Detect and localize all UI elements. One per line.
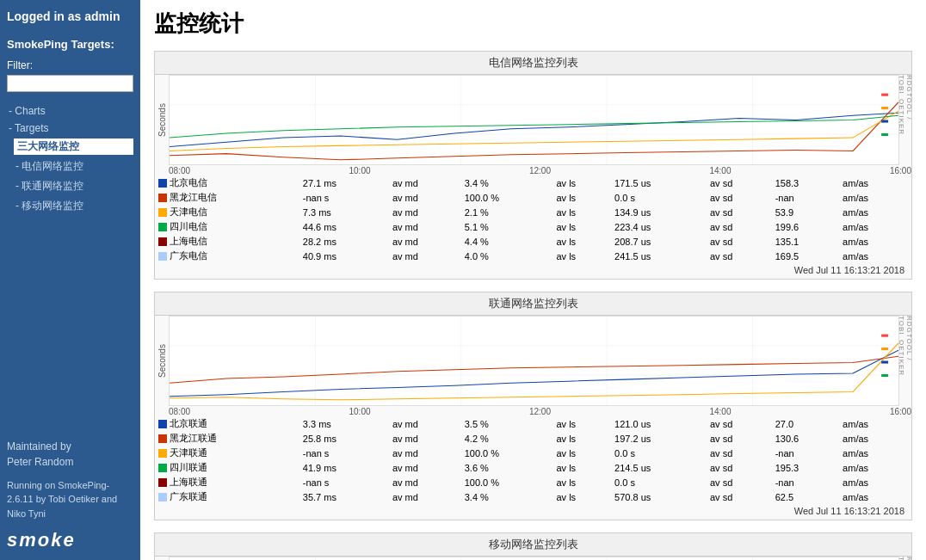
table-row: 黑龙江电信 -nan sav md 100.0 %av ls 0.0 sav s… [155, 190, 911, 205]
maintained-section: Maintained by Peter Random [7, 425, 133, 470]
chart-yidong-graph [169, 557, 899, 560]
running-info: Running on SmokePing-2.6.11 by Tobi Oeti… [7, 478, 133, 521]
filter-input[interactable] [7, 75, 133, 92]
chart-dianxin-y-label: Seconds [155, 75, 169, 165]
filter-label: Filter: [7, 59, 133, 71]
svg-rect-18 [881, 361, 888, 364]
svg-rect-17 [881, 348, 888, 350]
chart-dianxin: 电信网络监控列表 Seconds [154, 51, 912, 280]
chart-liantong-right-label: RDGTOOL / TOBI_OETIKER [899, 316, 911, 406]
svg-rect-8 [881, 120, 888, 123]
page-title: 监控统计 [154, 9, 912, 39]
table-row: 广东联通 35.7 msav md 3.4 %av ls 570.8 usav … [155, 489, 911, 504]
svg-rect-9 [881, 133, 888, 136]
chart-liantong: 联通网络监控列表 Seconds [154, 292, 912, 520]
chart-yidong-right-label: RDGTOOL / TOBI_OETIKER [899, 557, 911, 560]
chart-liantong-table: 北京联通 3.3 msav md 3.5 %av ls 121.0 usav s… [155, 416, 911, 504]
table-row: 上海联通 -nan sav md 100.0 %av ls 0.0 sav sd… [155, 475, 911, 489]
maintained-by-name: Peter Random [7, 456, 73, 468]
nav-dianxin[interactable]: - 电信网络监控 [14, 158, 133, 175]
nav-targets[interactable]: - Targets [7, 121, 133, 135]
chart-liantong-timestamp: Wed Jul 11 16:13:21 2018 [155, 504, 911, 520]
svg-rect-19 [881, 374, 888, 377]
table-row: 黑龙江联通 25.8 msav md 4.2 %av ls 197.2 usav… [155, 431, 911, 446]
table-row: 上海电信 28.2 msav md 4.4 %av ls 208.7 usav … [155, 234, 911, 249]
table-row: 北京电信 27.1 msav md 3.4 %av ls 171.5 usav … [155, 175, 911, 190]
table-row: 天津联通 -nan sav md 100.0 %av ls 0.0 sav sd… [155, 446, 911, 460]
chart-dianxin-title: 电信网络监控列表 [155, 52, 911, 75]
svg-rect-16 [881, 335, 888, 337]
chart-liantong-x-axis: 08:0010:0012:0014:0016:00 [155, 407, 911, 416]
nav-charts[interactable]: - Charts [7, 104, 133, 118]
table-row: 四川电信 44.6 msav md 5.1 %av ls 223.4 usav … [155, 219, 911, 234]
table-row: 广东电信 40.9 msav md 4.0 %av ls 241.5 usav … [155, 249, 911, 263]
smoke-logo: smoke [7, 529, 133, 551]
chart-yidong-y-label: Seconds [155, 557, 169, 560]
main-content: 监控统计 电信网络监控列表 Seconds [140, 0, 926, 560]
chart-yidong: 移动网络监控列表 Seconds RDGTOOL / TOBI_OETIKER [154, 532, 912, 560]
nav-yidong[interactable]: - 移动网络监控 [14, 198, 133, 214]
chart-yidong-title: 移动网络监控列表 [155, 533, 911, 557]
chart-liantong-y-label: Seconds [155, 316, 169, 406]
svg-rect-7 [881, 107, 888, 109]
sidebar: Logged in as admin SmokePing Targets: Fi… [0, 0, 140, 560]
maintained-by-label: Maintained by [7, 440, 71, 452]
chart-dianxin-x-axis: 08:0010:0012:0014:0016:00 [155, 166, 911, 175]
nav-san-da[interactable]: 三大网络监控 [14, 138, 133, 155]
svg-rect-6 [881, 94, 888, 96]
chart-dianxin-timestamp: Wed Jul 11 16:13:21 2018 [155, 263, 911, 279]
nav-liantong[interactable]: - 联通网络监控 [14, 178, 133, 194]
table-row: 四川联通 41.9 msav md 3.6 %av ls 214.5 usav … [155, 460, 911, 475]
chart-liantong-title: 联通网络监控列表 [155, 292, 911, 316]
chart-dianxin-right-label: RDGTOOL / TOBI_OETIKER [899, 75, 911, 165]
chart-dianxin-table: 北京电信 27.1 msav md 3.4 %av ls 171.5 usav … [155, 175, 911, 263]
chart-dianxin-graph [169, 75, 899, 165]
chart-liantong-graph [169, 316, 899, 406]
table-row: 天津电信 7.3 msav md 2.1 %av ls 134.9 usav s… [155, 205, 911, 219]
table-row: 北京联通 3.3 msav md 3.5 %av ls 121.0 usav s… [155, 416, 911, 431]
logged-in-text: Logged in as admin [7, 9, 133, 26]
targets-title: SmokePing Targets: [7, 38, 133, 51]
